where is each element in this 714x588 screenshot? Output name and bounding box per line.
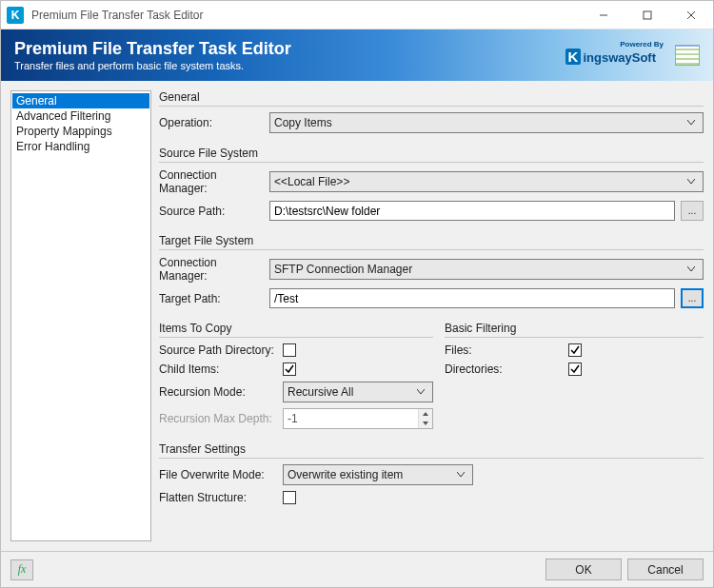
source-path-input[interactable] — [269, 201, 675, 221]
chevron-down-icon — [453, 465, 468, 484]
chevron-down-icon — [684, 260, 699, 279]
footer: fx OK Cancel — [1, 551, 713, 587]
child-items-checkbox[interactable] — [283, 363, 296, 376]
sidebar: General Advanced Filtering Property Mapp… — [10, 90, 151, 541]
sidebar-item-property-mappings[interactable]: Property Mappings — [12, 124, 149, 139]
recursion-depth-label: Recursion Max Depth: — [159, 412, 283, 425]
source-path-dir-label: Source Path Directory: — [159, 343, 283, 357]
cancel-button[interactable]: Cancel — [627, 559, 704, 580]
group-source: Source File System Connection Manager: <… — [159, 147, 704, 226]
chevron-down-icon — [684, 172, 699, 191]
group-heading-target: Target File System — [159, 234, 704, 250]
window: K Premium File Transfer Task Editor Prem… — [0, 0, 714, 588]
source-path-browse-button[interactable]: ... — [681, 201, 704, 221]
group-heading-source: Source File System — [159, 147, 704, 163]
flatten-structure-label: Flatten Structure: — [159, 491, 283, 504]
recursion-depth-spinner[interactable] — [283, 408, 433, 429]
group-basic-filtering: Basic Filtering Files: Directories: — [445, 322, 704, 435]
group-heading-transfer: Transfer Settings — [159, 442, 704, 459]
operation-label: Operation: — [159, 116, 264, 129]
group-heading-filtering: Basic Filtering — [445, 322, 704, 338]
recursion-mode-select[interactable]: Recursive All — [283, 382, 433, 402]
chevron-down-icon — [684, 113, 699, 132]
flatten-structure-checkbox[interactable] — [283, 491, 296, 504]
group-transfer-settings: Transfer Settings File Overwrite Mode: O… — [159, 442, 704, 510]
group-items-to-copy: Items To Copy Source Path Directory: Chi… — [159, 322, 433, 435]
spinner-up-button[interactable] — [419, 409, 432, 419]
group-target: Target File System Connection Manager: S… — [159, 234, 704, 314]
target-conn-select[interactable]: SFTP Connection Manager — [269, 259, 704, 280]
target-path-browse-button[interactable]: ... — [681, 288, 704, 308]
recursion-depth-input[interactable] — [284, 409, 418, 428]
close-button[interactable] — [669, 1, 713, 29]
ok-button[interactable]: OK — [545, 559, 622, 580]
task-icon — [675, 45, 700, 66]
overwrite-mode-select[interactable]: Overwrite existing item — [283, 464, 473, 485]
target-path-label: Target Path: — [159, 292, 264, 305]
directories-label: Directories: — [445, 363, 568, 376]
brand-powered-by: Powered By — [620, 40, 664, 49]
titlebar: K Premium File Transfer Task Editor — [1, 1, 713, 29]
minimize-button[interactable] — [582, 1, 625, 29]
source-conn-select[interactable]: <<Local File>> — [269, 171, 704, 192]
directories-checkbox[interactable] — [568, 363, 582, 376]
app-icon: K — [7, 7, 24, 24]
target-path-input[interactable] — [269, 288, 675, 308]
child-items-label: Child Items: — [159, 363, 283, 376]
source-path-dir-checkbox[interactable] — [283, 343, 296, 357]
operation-select[interactable]: Copy Items — [269, 112, 704, 133]
group-heading-items: Items To Copy — [159, 322, 433, 338]
files-checkbox[interactable] — [568, 343, 582, 357]
banner-subtitle: Transfer files and perform basic file sy… — [14, 60, 565, 71]
window-title: Premium File Transfer Task Editor — [31, 9, 204, 22]
body: General Advanced Filtering Property Mapp… — [1, 81, 713, 551]
svg-rect-1 — [644, 11, 651, 19]
expression-button[interactable]: fx — [10, 559, 33, 580]
files-label: Files: — [445, 343, 568, 357]
header-banner: Premium File Transfer Task Editor Transf… — [1, 29, 713, 81]
chevron-down-icon — [413, 382, 428, 402]
banner-title: Premium File Transfer Task Editor — [14, 39, 565, 59]
source-path-label: Source Path: — [159, 205, 264, 218]
brand-name: ingswaySoft — [583, 50, 656, 65]
recursion-mode-label: Recursion Mode: — [159, 385, 283, 399]
group-heading-general: General — [159, 90, 704, 107]
sidebar-item-advanced-filtering[interactable]: Advanced Filtering — [12, 108, 149, 124]
brand-k-icon: K — [565, 49, 582, 65]
source-conn-label: Connection Manager: — [159, 168, 264, 195]
overwrite-mode-label: File Overwrite Mode: — [159, 468, 283, 481]
brand-logo: Powered By KingswaySoft — [565, 45, 700, 66]
sidebar-item-error-handling[interactable]: Error Handling — [12, 139, 149, 154]
main-panel: General Operation: Copy Items Source Fil… — [159, 90, 704, 541]
group-general: General Operation: Copy Items — [159, 90, 704, 139]
sidebar-item-general[interactable]: General — [12, 93, 149, 108]
maximize-button[interactable] — [625, 1, 669, 29]
spinner-down-button[interactable] — [419, 419, 432, 428]
target-conn-label: Connection Manager: — [159, 256, 264, 283]
